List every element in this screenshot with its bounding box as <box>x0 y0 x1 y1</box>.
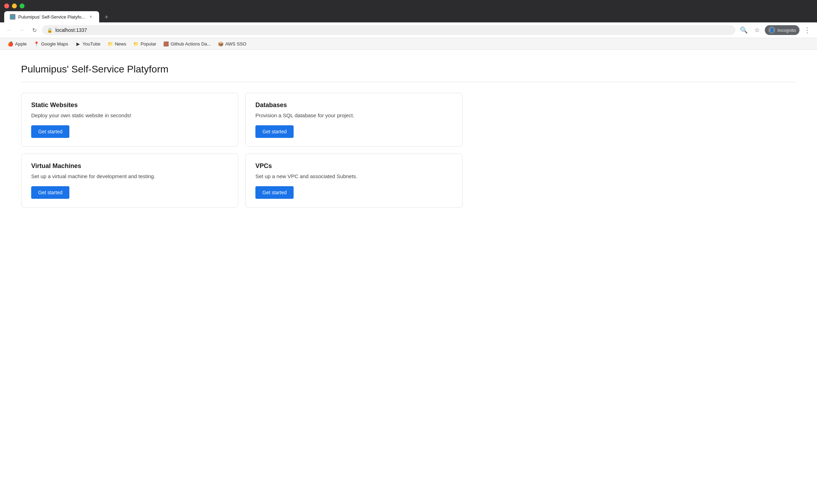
cards-grid: Static Websites Deploy your own static w… <box>21 93 462 208</box>
bookmark-label-0: Apple <box>15 41 27 47</box>
address-text: localhost:1337 <box>55 27 730 33</box>
bookmark-item-3[interactable]: 📁News <box>105 40 129 48</box>
bookmark-favicon-1: 📍 <box>34 41 39 47</box>
traffic-lights <box>4 4 813 8</box>
get-started-button-2[interactable]: Get started <box>31 186 69 199</box>
page-title: Pulumipus' Self-Service Platyform <box>21 64 796 75</box>
bookmark-item-2[interactable]: ▶YouTube <box>73 40 103 48</box>
close-window-button[interactable] <box>4 4 9 8</box>
card-desc-1: Provision a SQL database for your projec… <box>255 112 452 118</box>
card-desc-0: Deploy your own static website in second… <box>31 112 228 118</box>
bookmark-favicon-4: 📁 <box>133 41 139 47</box>
card-3: VPCs Set up a new VPC and associated Sub… <box>245 154 462 208</box>
bookmark-favicon-0: 🍎 <box>8 41 13 47</box>
card-1: Databases Provision a SQL database for y… <box>245 93 462 147</box>
browser-chrome: 🌐 Pulumipus' Self-Service Platyfo... × + <box>0 0 817 22</box>
bookmark-item-5[interactable]: 🟫Github Actions Da... <box>160 40 214 48</box>
page-content: Pulumipus' Self-Service Platyform Static… <box>0 50 817 504</box>
reload-button[interactable]: ↻ <box>29 25 39 35</box>
new-tab-button[interactable]: + <box>101 12 112 22</box>
incognito-badge[interactable]: 👤 Incognito <box>765 25 799 35</box>
bookmark-item-4[interactable]: 📁Popular <box>130 40 159 48</box>
bookmark-favicon-2: ▶ <box>75 41 81 47</box>
card-title-2: Virtual Machines <box>31 162 228 170</box>
bookmark-label-1: Google Maps <box>41 41 68 47</box>
card-2: Virtual Machines Set up a virtual machin… <box>21 154 238 208</box>
browser-actions: 🔍 ☆ 👤 Incognito ⋮ <box>738 24 813 36</box>
get-started-button-3[interactable]: Get started <box>255 186 294 199</box>
tab-title: Pulumipus' Self-Service Platyfo... <box>18 14 85 20</box>
tab-close-button[interactable]: × <box>88 14 94 20</box>
bookmark-label-5: Github Actions Da... <box>171 41 211 47</box>
forward-button[interactable]: → <box>17 25 27 35</box>
bookmark-item-0[interactable]: 🍎Apple <box>5 40 29 48</box>
bookmark-label-6: AWS SSO <box>225 41 246 47</box>
card-desc-2: Set up a virtual machine for development… <box>31 173 228 179</box>
divider <box>21 82 796 82</box>
bookmark-favicon-3: 📁 <box>108 41 113 47</box>
bookmark-item-1[interactable]: 📍Google Maps <box>31 40 71 48</box>
tab-favicon: 🌐 <box>10 14 15 20</box>
minimize-window-button[interactable] <box>12 4 17 8</box>
browser-menu-button[interactable]: ⋮ <box>802 24 813 36</box>
bookmark-label-4: Popular <box>140 41 156 47</box>
back-button[interactable]: ← <box>4 25 14 35</box>
search-button[interactable]: 🔍 <box>738 24 749 36</box>
get-started-button-0[interactable]: Get started <box>31 125 69 138</box>
tab-bar: 🌐 Pulumipus' Self-Service Platyfo... × + <box>4 11 813 22</box>
lock-icon: 🔒 <box>47 28 53 33</box>
maximize-window-button[interactable] <box>20 4 25 8</box>
bookmark-item-6[interactable]: 📦AWS SSO <box>215 40 249 48</box>
get-started-button-1[interactable]: Get started <box>255 125 294 138</box>
bookmark-button[interactable]: ☆ <box>751 24 763 36</box>
bookmark-favicon-5: 🟫 <box>163 41 169 47</box>
active-tab[interactable]: 🌐 Pulumipus' Self-Service Platyfo... × <box>4 11 99 22</box>
card-0: Static Websites Deploy your own static w… <box>21 93 238 147</box>
bookmark-label-3: News <box>115 41 126 47</box>
card-title-3: VPCs <box>255 162 452 170</box>
bookmark-label-2: YouTube <box>83 41 101 47</box>
incognito-label: Incognito <box>777 28 796 33</box>
card-desc-3: Set up a new VPC and associated Subnets. <box>255 173 452 179</box>
incognito-icon: 👤 <box>768 27 775 34</box>
address-bar[interactable]: 🔒 localhost:1337 <box>42 25 735 35</box>
bookmark-favicon-6: 📦 <box>218 41 224 47</box>
address-bar-row: ← → ↻ 🔒 localhost:1337 🔍 ☆ 👤 Incognito ⋮ <box>0 22 817 38</box>
card-title-1: Databases <box>255 102 452 109</box>
card-title-0: Static Websites <box>31 102 228 109</box>
bookmarks-bar: 🍎Apple📍Google Maps▶YouTube📁News📁Popular🟫… <box>0 38 817 50</box>
